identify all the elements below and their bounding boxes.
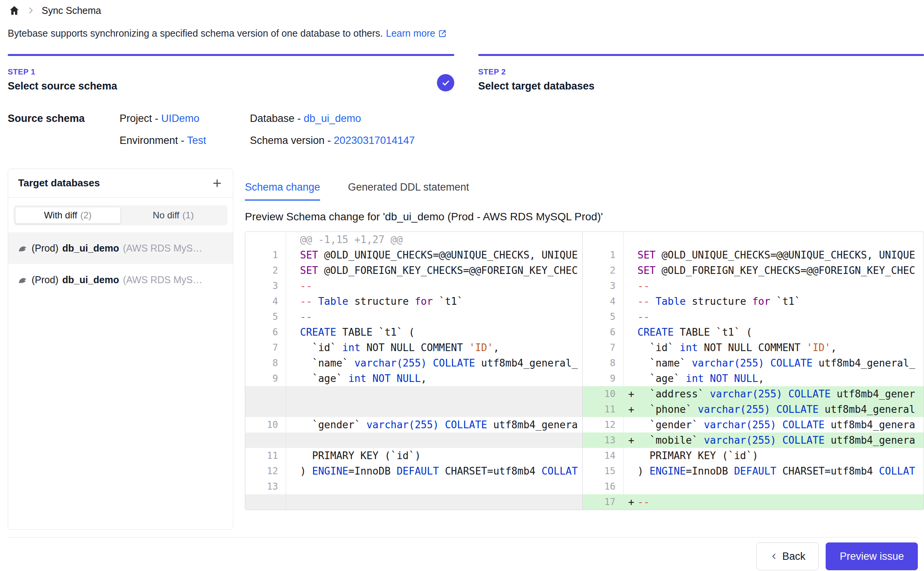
diff-row: 17+--	[583, 494, 924, 510]
tab-generated-ddl[interactable]: Generated DDL statement	[348, 181, 469, 201]
target-database-item[interactable]: (Prod) db_ui_demo (AWS RDS MyS…	[8, 264, 233, 296]
diff-row: 6CREATE TABLE `t1` (	[583, 324, 924, 340]
diff-code-line: + `address` varchar(255) COLLATE utf8mb4…	[624, 386, 924, 402]
diff-row: 4-- Table structure for `t1`	[583, 294, 924, 309]
target-database-item[interactable]: (Prod) db_ui_demo (AWS RDS MyS…	[8, 232, 233, 264]
diff-pane-source: @@ -1,15 +1,27 @@1SET @OLD_UNIQUE_CHECKS…	[245, 232, 583, 510]
diff-code-line: ) ENGINE=InnoDB DEFAULT CHARSET=utf8mb4 …	[624, 463, 924, 479]
diff-code-line: --	[624, 278, 924, 294]
diff-code-line	[624, 232, 924, 247]
tab-no-diff[interactable]: No diff (1)	[121, 207, 226, 224]
tab-schema-change[interactable]: Schema change	[245, 181, 320, 201]
diff-row	[245, 386, 582, 402]
diff-row	[245, 402, 582, 417]
diff-row: 1SET @OLD_UNIQUE_CHECKS=@@UNIQUE_CHECKS,…	[583, 247, 924, 263]
preview-title: Preview Schema change for 'db_ui_demo (P…	[245, 211, 924, 223]
page-title: Sync Schema	[42, 5, 101, 16]
diff-line-number: 11	[245, 448, 286, 463]
diff-line-number: 11	[583, 402, 624, 417]
diff-line-number: 12	[583, 417, 624, 432]
diff-row: 14 PRIMARY KEY (`id`)	[583, 448, 924, 463]
diff-code-line: ) ENGINE=InnoDB DEFAULT CHARSET=utf8mb4 …	[286, 463, 582, 479]
diff-code-line: @@ -1,15 +1,27 @@	[286, 232, 582, 247]
database-name: db_ui_demo	[62, 243, 119, 254]
intro-row: Bytebase supports synchronizing a specif…	[8, 28, 447, 39]
diff-code-line	[286, 479, 582, 494]
environment-label: Environment -	[120, 135, 187, 146]
diff-line-number: 4	[583, 294, 624, 309]
diff-code-line: `age` int NOT NULL,	[624, 371, 924, 386]
schema-version-field: Schema version - 20230317014147	[250, 135, 415, 147]
tab-no-diff-label: No diff	[153, 210, 179, 221]
diff-line-number: 12	[245, 463, 286, 479]
diff-code-line: CREATE TABLE `t1` (	[624, 324, 924, 340]
diff-code-line	[286, 432, 582, 448]
diff-line-number: 6	[245, 324, 286, 340]
diff-line-number: 3	[245, 278, 286, 294]
add-target-database-button[interactable]	[211, 177, 223, 189]
breadcrumb: Sync Schema	[8, 5, 101, 16]
diff-row: 2SET @OLD_FOREIGN_KEY_CHECKS=@@FOREIGN_K…	[245, 263, 582, 278]
diff-row: 11+ `phone` varchar(255) COLLATE utf8mb4…	[583, 402, 924, 417]
back-button[interactable]: Back	[756, 542, 819, 570]
diff-row: 3--	[245, 278, 582, 294]
project-label: Project -	[120, 113, 161, 124]
database-environment: (Prod)	[32, 243, 58, 254]
diff-code-line: CREATE TABLE `t1` (	[286, 324, 582, 340]
diff-code-line: `name` varchar(255) COLLATE utf8mb4_gene…	[624, 355, 924, 371]
diff-code-line: PRIMARY KEY (`id`)	[624, 448, 924, 463]
database-link[interactable]: db_ui_demo	[304, 113, 361, 124]
project-field: Project - UIDemo	[120, 113, 250, 125]
diff-row	[245, 432, 582, 448]
diff-code-line: SET @OLD_UNIQUE_CHECKS=@@UNIQUE_CHECKS, …	[624, 247, 924, 263]
diff-code-line: `gender` varchar(255) COLLATE utf8mb4_ge…	[286, 417, 582, 432]
diff-line-number: 3	[583, 278, 624, 294]
step-2-label: STEP 2	[478, 68, 924, 76]
diff-code-line: -- Table structure for `t1`	[624, 294, 924, 309]
schema-version-label: Schema version -	[250, 135, 334, 146]
diff-code-line: SET @OLD_FOREIGN_KEY_CHECKS=@@FOREIGN_KE…	[624, 263, 924, 278]
schema-diff-viewer: @@ -1,15 +1,27 @@1SET @OLD_UNIQUE_CHECKS…	[245, 231, 924, 510]
target-databases-panel: Target databases With diff (2) No diff (…	[8, 169, 233, 530]
diff-line-number: 1	[245, 247, 286, 263]
step-2: STEP 2 Select target databases	[478, 54, 924, 92]
database-environment: (Prod)	[32, 274, 58, 286]
diff-line-number: 6	[583, 324, 624, 340]
diff-line-number: 9	[583, 371, 624, 386]
diff-add-marker: +	[628, 402, 634, 417]
diff-line-number: 5	[245, 309, 286, 324]
diff-code-line: SET @OLD_UNIQUE_CHECKS=@@UNIQUE_CHECKS, …	[286, 247, 582, 263]
environment-link[interactable]: Test	[187, 135, 206, 146]
diff-line-number: 15	[583, 463, 624, 479]
preview-section: Schema change Generated DDL statement Pr…	[245, 181, 924, 510]
learn-more-link[interactable]: Learn more	[386, 28, 447, 39]
footer-divider	[8, 537, 919, 537]
target-database-list: (Prod) db_ui_demo (AWS RDS MyS… (Prod) d…	[8, 232, 233, 296]
diff-code-line: `id` int NOT NULL COMMENT 'ID',	[286, 340, 582, 355]
diff-row: 9 `age` int NOT NULL,	[583, 371, 924, 386]
diff-row: 15) ENGINE=InnoDB DEFAULT CHARSET=utf8mb…	[583, 463, 924, 479]
tab-with-diff-label: With diff	[44, 210, 77, 221]
diff-line-number: 13	[245, 479, 286, 494]
mysql-engine-icon	[17, 243, 28, 253]
home-icon[interactable]	[8, 5, 20, 16]
tab-with-diff-count: (2)	[80, 210, 91, 221]
diff-code-line: + `phone` varchar(255) COLLATE utf8mb4_g…	[624, 402, 924, 417]
diff-row: 4-- Table structure for `t1`	[245, 294, 582, 309]
tab-with-diff[interactable]: With diff (2)	[15, 207, 121, 224]
diff-code-line: -- Table structure for `t1`	[286, 294, 582, 309]
diff-row: 13+ `mobile` varchar(255) COLLATE utf8mb…	[583, 432, 924, 448]
diff-code-line: SET @OLD_FOREIGN_KEY_CHECKS=@@FOREIGN_KE…	[286, 263, 582, 278]
diff-code-line: PRIMARY KEY (`id`)	[286, 448, 582, 463]
diff-line-number	[245, 432, 286, 448]
diff-row: 11 PRIMARY KEY (`id`)	[245, 448, 582, 463]
preview-issue-button[interactable]: Preview issue	[826, 542, 918, 570]
diff-row: 8 `name` varchar(255) COLLATE utf8mb4_ge…	[583, 355, 924, 371]
database-instance-detail: (AWS RDS MyS…	[123, 243, 202, 254]
diff-row: 7 `id` int NOT NULL COMMENT 'ID',	[583, 340, 924, 355]
step-1-progress-bar	[8, 54, 454, 56]
schema-version-link[interactable]: 20230317014147	[334, 135, 415, 146]
project-link[interactable]: UIDemo	[161, 113, 199, 124]
database-field: Database - db_ui_demo	[250, 113, 415, 125]
diff-code-line	[624, 479, 924, 494]
